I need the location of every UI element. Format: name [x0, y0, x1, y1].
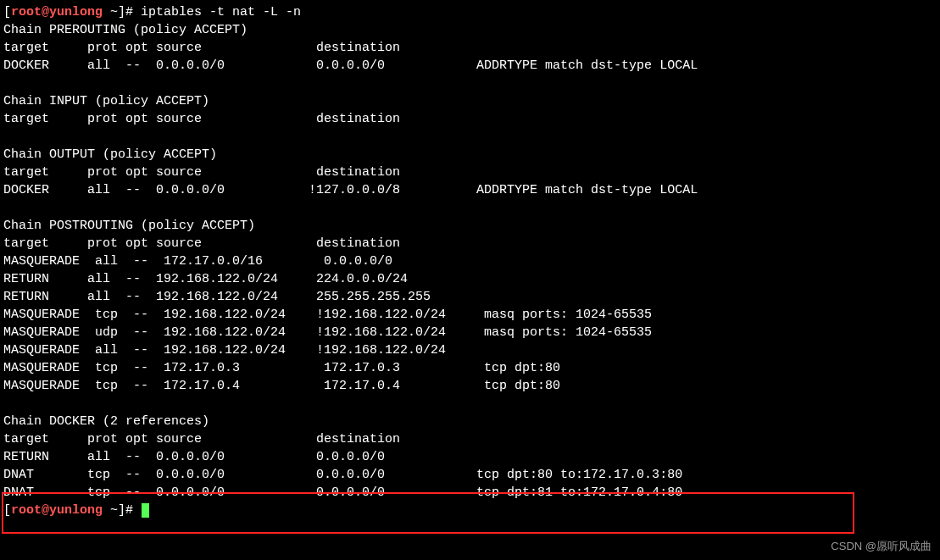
chain-docker-header: Chain DOCKER (2 references): [3, 413, 937, 430]
rule-row: DOCKER all -- 0.0.0.0/0 !127.0.0.0/8 ADD…: [3, 181, 937, 199]
rule-row: MASQUERADE tcp -- 172.17.0.3 172.17.0.3 …: [3, 359, 937, 377]
prompt-user: root@yunlong: [11, 5, 103, 19]
rule-row-dnat: DNAT tcp -- 0.0.0.0/0 0.0.0.0/0 tcp dpt:…: [3, 484, 937, 502]
rule-row: RETURN all -- 0.0.0.0/0 0.0.0.0/0: [3, 448, 937, 466]
chain-prerouting-header: Chain PREROUTING (policy ACCEPT): [3, 21, 937, 39]
rule-row: MASQUERADE udp -- 192.168.122.0/24 !192.…: [3, 324, 937, 341]
watermark-text: CSDN @愿听风成曲: [831, 537, 932, 555]
column-headers: target prot opt source destination: [3, 39, 937, 57]
prompt-line-1: [root@yunlong ~]# iptables -t nat -L -n: [3, 3, 937, 21]
chain-output-header: Chain OUTPUT (policy ACCEPT): [3, 146, 937, 164]
rule-row: RETURN all -- 192.168.122.0/24 224.0.0.0…: [3, 270, 937, 288]
terminal-output: [root@yunlong ~]# iptables -t nat -L -n …: [3, 3, 937, 519]
prompt-tilde: ~: [103, 5, 118, 19]
column-headers: target prot opt source destination: [3, 430, 937, 448]
cursor-icon: [142, 503, 149, 518]
bracket-open: [: [3, 503, 11, 518]
rule-row-dnat: DNAT tcp -- 0.0.0.0/0 0.0.0.0/0 tcp dpt:…: [3, 466, 937, 484]
rule-row: MASQUERADE all -- 192.168.122.0/24 !192.…: [3, 341, 937, 359]
prompt-line-2[interactable]: [root@yunlong ~]#: [3, 502, 937, 519]
rule-row: MASQUERADE all -- 172.17.0.0/16 0.0.0.0/…: [3, 252, 937, 270]
column-headers: target prot opt source destination: [3, 110, 937, 128]
bracket-close: ]#: [118, 503, 141, 518]
blank-line: [3, 199, 937, 217]
chain-input-header: Chain INPUT (policy ACCEPT): [3, 92, 937, 110]
bracket-close: ]#: [118, 5, 141, 19]
column-headers: target prot opt source destination: [3, 235, 937, 252]
rule-row: MASQUERADE tcp -- 172.17.0.4 172.17.0.4 …: [3, 377, 937, 395]
rule-row: DOCKER all -- 0.0.0.0/0 0.0.0.0/0 ADDRTY…: [3, 57, 937, 75]
rule-row: MASQUERADE tcp -- 192.168.122.0/24 !192.…: [3, 306, 937, 324]
blank-line: [3, 128, 937, 146]
blank-line: [3, 75, 937, 92]
chain-postrouting-header: Chain POSTROUTING (policy ACCEPT): [3, 217, 937, 235]
prompt-tilde: ~: [103, 503, 118, 518]
blank-line: [3, 395, 937, 413]
column-headers: target prot opt source destination: [3, 164, 937, 181]
command-text: iptables -t nat -L -n: [141, 5, 301, 19]
rule-row: RETURN all -- 192.168.122.0/24 255.255.2…: [3, 288, 937, 306]
prompt-user: root@yunlong: [11, 503, 103, 518]
bracket-open: [: [3, 5, 11, 19]
